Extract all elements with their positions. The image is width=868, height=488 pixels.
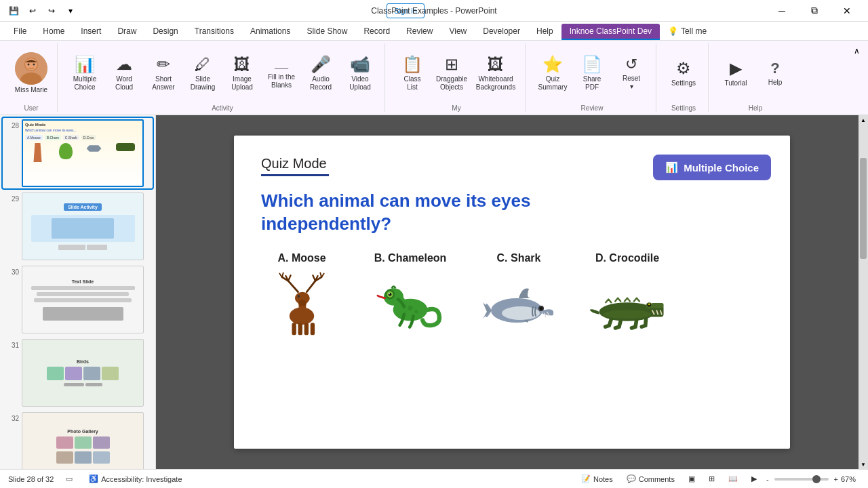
settings-icon: ⚙ bbox=[676, 59, 691, 79]
tab-help[interactable]: Help bbox=[528, 24, 561, 40]
tutorial-button[interactable]: ▶ Tutorial bbox=[717, 49, 755, 98]
fill-blanks-button[interactable]: __ Fill in theBlanks bbox=[262, 49, 300, 98]
share-pdf-button[interactable]: 📄 SharePDF bbox=[573, 49, 611, 98]
tab-slideshow[interactable]: Slide Show bbox=[298, 24, 355, 40]
slide-item-30[interactable]: 30 Text Slide bbox=[3, 264, 153, 335]
tab-draw[interactable]: Draw bbox=[109, 24, 144, 40]
svg-line-11 bbox=[288, 281, 298, 291]
main-area: 28 Quiz Mode Which animal can move its e… bbox=[0, 115, 868, 469]
tab-developer[interactable]: Developer bbox=[475, 24, 528, 40]
slide-item-32[interactable]: 32 Photo Gallery bbox=[3, 411, 153, 469]
slideshow-button[interactable]: ▶ bbox=[747, 473, 761, 485]
ribbon-section-review-label: Review bbox=[581, 103, 604, 112]
multiple-choice-button[interactable]: 📊 MultipleChoice bbox=[66, 49, 104, 98]
tab-animations[interactable]: Animations bbox=[242, 24, 298, 40]
svg-line-14 bbox=[288, 275, 291, 281]
slide-thumb-32: Photo Gallery bbox=[22, 412, 144, 469]
tab-insert[interactable]: Insert bbox=[73, 24, 109, 40]
normal-view-button[interactable]: ▭ bbox=[62, 473, 77, 485]
option-c-animal bbox=[478, 270, 559, 338]
option-a-animal bbox=[261, 270, 342, 338]
ribbon-section-help-label: Help bbox=[749, 103, 763, 112]
slide-item-28[interactable]: 28 Quiz Mode Which animal can move its e… bbox=[3, 118, 153, 188]
notes-button[interactable]: 📝 Notes bbox=[577, 473, 617, 485]
scroll-track[interactable] bbox=[859, 125, 868, 460]
slide-thumb-28: Quiz Mode Which animal can move its eyes… bbox=[22, 119, 144, 187]
undo-icon[interactable]: ↩ bbox=[24, 3, 41, 19]
ribbon-section-activity-label: Activity bbox=[212, 103, 233, 112]
shark-svg bbox=[478, 270, 559, 338]
svg-point-32 bbox=[389, 293, 392, 296]
tab-file[interactable]: File bbox=[5, 24, 35, 40]
zoom-in-button[interactable]: + bbox=[834, 475, 838, 483]
option-d: D. Crocodile bbox=[587, 252, 668, 338]
tab-home[interactable]: Home bbox=[35, 24, 73, 40]
settings-button[interactable]: ⚙ Settings bbox=[665, 49, 703, 98]
ribbon: Miss Marie User 📊 MultipleChoice ☁ WordC… bbox=[0, 41, 868, 115]
zoom-slider[interactable] bbox=[774, 478, 829, 481]
statusbar-left: Slide 28 of 32 ▭ ♿ Accessibility: Invest… bbox=[8, 473, 186, 485]
video-upload-button[interactable]: 📹 VideoUpload bbox=[341, 49, 379, 98]
comments-button[interactable]: 💬 Comments bbox=[623, 473, 679, 485]
vertical-scrollbar[interactable]: ▲ ▼ bbox=[859, 115, 868, 469]
image-upload-icon: 🖼 bbox=[234, 55, 250, 75]
zoom-out-button[interactable]: - bbox=[766, 475, 769, 483]
short-answer-button[interactable]: ✏ ShortAnswer bbox=[144, 49, 182, 98]
slide-item-31[interactable]: 31 Birds bbox=[3, 338, 153, 408]
restore-button[interactable]: ⧉ bbox=[799, 0, 830, 22]
slide-sorter-button[interactable]: ⊞ bbox=[705, 473, 719, 485]
audio-record-button[interactable]: 🎤 AudioRecord bbox=[302, 49, 340, 98]
option-a: A. Moose bbox=[261, 252, 342, 338]
svg-point-5 bbox=[33, 64, 35, 66]
svg-point-47 bbox=[604, 310, 651, 319]
redo-icon[interactable]: ↪ bbox=[43, 3, 60, 19]
reset-button[interactable]: ↺ Reset▾ bbox=[612, 49, 650, 98]
window-controls: ─ ⧉ ✕ bbox=[766, 0, 863, 22]
titlebar: 💾 ↩ ↪ ▾ ClassPoint Examples - PowerPoint… bbox=[0, 0, 868, 22]
whiteboard-bg-button[interactable]: 🖼 WhiteboardBackgrounds bbox=[472, 49, 519, 98]
save-icon[interactable]: 💾 bbox=[5, 3, 22, 19]
slide-drawing-icon: 🖊 bbox=[195, 55, 211, 75]
help-button[interactable]: ? Help bbox=[756, 49, 794, 98]
reading-view-button[interactable]: 📖 bbox=[724, 473, 742, 485]
tab-tell-me[interactable]: 💡 Tell me bbox=[660, 24, 715, 40]
tab-design[interactable]: Design bbox=[144, 24, 186, 40]
scroll-thumb[interactable] bbox=[860, 158, 867, 258]
accessibility-icon: ♿ bbox=[89, 474, 98, 483]
svg-line-16 bbox=[282, 272, 283, 277]
draggable-objects-icon: ⊞ bbox=[445, 55, 458, 75]
multiple-choice-badge[interactable]: 📊 Multiple Choice bbox=[653, 155, 771, 180]
tab-review[interactable]: Review bbox=[398, 24, 441, 40]
tab-classpoint[interactable]: Inknoe ClassPoint Dev bbox=[561, 24, 660, 40]
user-profile-button[interactable]: Miss Marie bbox=[11, 49, 52, 98]
accessibility-button[interactable]: ♿ Accessibility: Investigate bbox=[85, 473, 186, 485]
comments-label: Comments bbox=[639, 475, 675, 483]
scroll-down-button[interactable]: ▼ bbox=[859, 460, 868, 469]
window-title: ClassPoint Examples - PowerPoint bbox=[371, 6, 496, 16]
scroll-up-button[interactable]: ▲ bbox=[859, 115, 868, 125]
review-items: ⭐ QuizSummary 📄 SharePDF ↺ Reset▾ bbox=[534, 43, 650, 103]
ribbon-collapse-button[interactable]: ∧ bbox=[851, 43, 863, 58]
ribbon-section-user: Miss Marie User bbox=[5, 43, 58, 112]
normal-view-mode-button[interactable]: ▣ bbox=[684, 473, 699, 485]
quiz-mode-underline bbox=[261, 174, 329, 176]
draggable-objects-button[interactable]: ⊞ DraggableObjects bbox=[433, 49, 471, 98]
word-cloud-button[interactable]: ☁ WordCloud bbox=[105, 49, 143, 98]
tab-view[interactable]: View bbox=[441, 24, 475, 40]
option-d-animal bbox=[587, 270, 668, 338]
slide-drawing-button[interactable]: 🖊 SlideDrawing bbox=[184, 49, 222, 98]
option-b-animal bbox=[370, 270, 451, 338]
minimize-button[interactable]: ─ bbox=[766, 0, 797, 22]
class-list-button[interactable]: 📋 ClassList bbox=[393, 49, 431, 98]
close-button[interactable]: ✕ bbox=[831, 0, 863, 22]
reset-label: Reset▾ bbox=[623, 75, 640, 91]
image-upload-button[interactable]: 🖼 ImageUpload bbox=[223, 49, 261, 98]
customize-icon[interactable]: ▾ bbox=[62, 3, 79, 19]
mc-badge-label: Multiple Choice bbox=[684, 162, 759, 174]
tab-transitions[interactable]: Transitions bbox=[186, 24, 242, 40]
quiz-summary-button[interactable]: ⭐ QuizSummary bbox=[534, 49, 572, 98]
zoom-level: 67% bbox=[841, 475, 860, 483]
slide-item-29[interactable]: 29 Slide Activity bbox=[3, 191, 153, 262]
tab-record[interactable]: Record bbox=[355, 24, 398, 40]
svg-point-33 bbox=[389, 293, 390, 294]
